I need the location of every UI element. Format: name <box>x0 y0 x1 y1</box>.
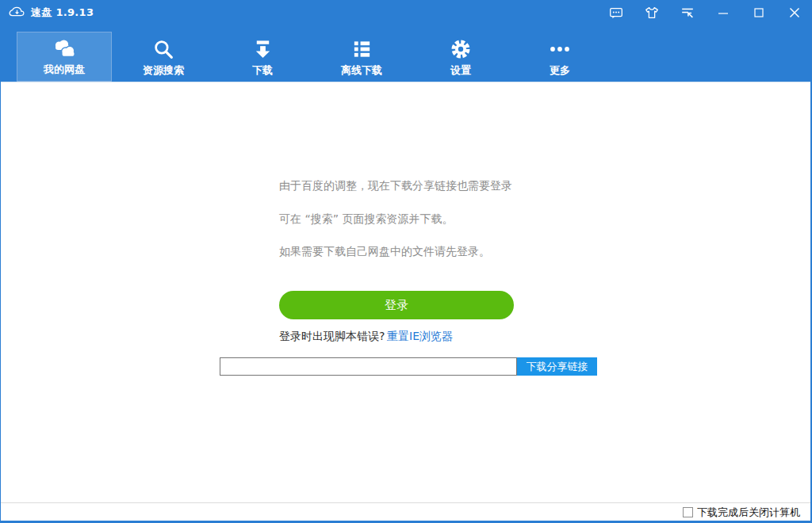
gear-icon <box>450 36 472 62</box>
nav-bar: 我的网盘 资源搜索 下载 <box>0 25 812 82</box>
close-button[interactable] <box>776 0 812 25</box>
app-window: 速盘 1.9.13 <box>0 0 812 523</box>
shutdown-label: 下载完成后关闭计算机 <box>697 507 800 517</box>
login-button[interactable]: 登录 <box>279 291 514 319</box>
task-list-icon[interactable] <box>669 0 705 25</box>
notice-line-3: 如果需要下载自己网盘中的文件请先登录。 <box>279 245 490 259</box>
notice-line-2: 可在 “搜索” 页面搜索资源并下载。 <box>279 212 453 227</box>
titlebar-buttons <box>598 0 812 25</box>
tab-label: 更多 <box>550 65 570 75</box>
title-bar: 速盘 1.9.13 <box>0 0 812 25</box>
shutdown-after-download-option[interactable]: 下载完成后关闭计算机 <box>683 507 800 517</box>
notice-line-1: 由于百度的调整，现在下载分享链接也需要登录 <box>279 179 512 193</box>
search-icon <box>153 36 174 62</box>
download-share-button[interactable]: 下载分享链接 <box>517 357 597 376</box>
tab-settings[interactable]: 设置 <box>413 32 508 82</box>
tab-label: 下载 <box>252 65 273 75</box>
cloud-icon <box>51 36 78 61</box>
tab-label: 资源搜索 <box>143 65 184 75</box>
tab-label: 离线下载 <box>341 65 382 75</box>
tab-label: 设置 <box>450 65 471 75</box>
ellipsis-icon <box>549 36 571 62</box>
tab-more[interactable]: 更多 <box>512 32 607 82</box>
main-content: 由于百度的调整，现在下载分享链接也需要登录 可在 “搜索” 页面搜索资源并下载。… <box>1 82 810 500</box>
share-link-input[interactable] <box>220 357 517 376</box>
bullet-list-icon <box>351 36 373 62</box>
theme-skin-icon[interactable] <box>634 0 669 25</box>
download-arrow-icon <box>252 36 274 62</box>
status-bar: 下载完成后关闭计算机 <box>1 502 810 521</box>
script-error-text: 登录时出现脚本错误? <box>279 330 385 344</box>
shutdown-after-download-checkbox[interactable] <box>683 507 693 517</box>
feedback-icon[interactable] <box>598 0 634 25</box>
window-title: 速盘 1.9.13 <box>31 6 94 20</box>
tab-resource-search[interactable]: 资源搜索 <box>116 32 211 82</box>
tab-label: 我的网盘 <box>44 64 85 74</box>
tab-my-netdisk[interactable]: 我的网盘 <box>17 32 112 82</box>
minimize-button[interactable] <box>705 0 741 25</box>
app-logo-cloud-icon <box>9 6 25 20</box>
reset-ie-link[interactable]: 重置IE浏览器 <box>387 330 453 344</box>
maximize-button[interactable] <box>741 0 776 25</box>
tab-download[interactable]: 下载 <box>215 32 310 82</box>
tab-offline-download[interactable]: 离线下载 <box>314 32 409 82</box>
